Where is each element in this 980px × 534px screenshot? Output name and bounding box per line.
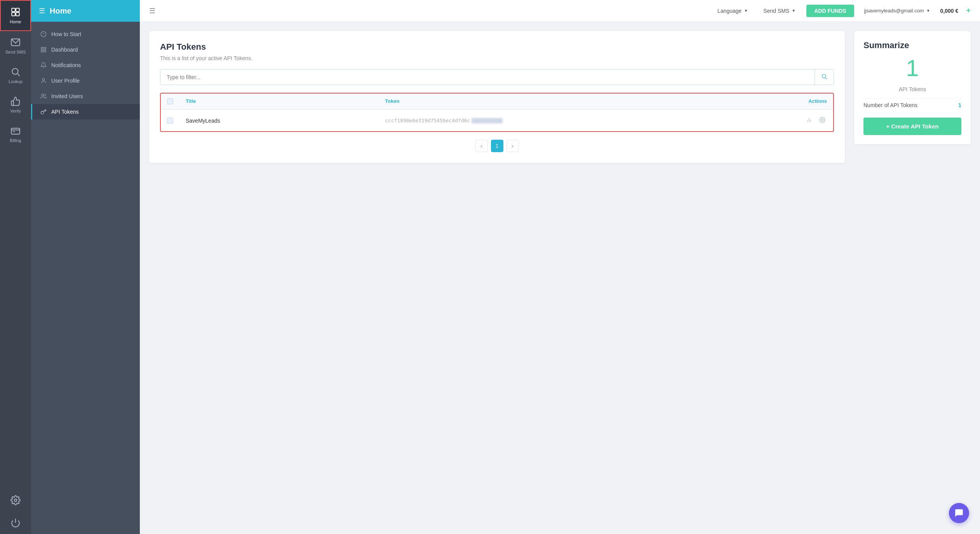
- language-dropdown[interactable]: Language ▼: [713, 5, 752, 16]
- sidebar-item-invited-users[interactable]: Invited Users: [31, 88, 140, 104]
- account-dropdown[interactable]: jjsavemyleads@gmail.com ▼: [860, 5, 934, 16]
- prev-page-button[interactable]: ‹: [475, 140, 488, 152]
- sidebar-menu: How to Start Dashboard Notifications U: [31, 22, 140, 534]
- sidebar-item-dashboard[interactable]: Dashboard: [31, 42, 140, 57]
- svg-point-5: [12, 68, 18, 74]
- col-title: Title: [186, 98, 382, 104]
- table-header: Title Token Actions: [161, 94, 833, 109]
- right-panel: Summarize 1 API Tokens Number of API Tok…: [854, 31, 971, 144]
- main-card: API Tokens This is a list of your active…: [149, 31, 845, 163]
- nav-power[interactable]: [0, 511, 31, 534]
- sidebar-item-user-profile[interactable]: User Profile: [31, 73, 140, 88]
- summarize-title: Summarize: [863, 40, 961, 50]
- menu-toggle-icon[interactable]: ☰: [149, 7, 155, 15]
- create-api-token-button[interactable]: + Create API Token: [863, 118, 961, 135]
- svg-rect-0: [12, 8, 15, 12]
- add-balance-icon[interactable]: +: [966, 6, 971, 15]
- filter-input[interactable]: [160, 69, 815, 85]
- row-token: cccf1898e6e319d7545bec4dfd6c: [385, 118, 777, 124]
- content-wrapper: API Tokens This is a list of your active…: [140, 22, 980, 534]
- sidebar-header: ☰ Home: [31, 0, 140, 22]
- col-actions: Actions: [780, 98, 827, 104]
- nav-send-sms[interactable]: Send SMS: [0, 31, 31, 61]
- summarize-row-value: 1: [958, 102, 961, 108]
- svg-point-19: [42, 78, 44, 80]
- select-all-checkbox[interactable]: [167, 98, 173, 104]
- icon-nav-bottom: [0, 489, 31, 534]
- svg-rect-1: [16, 8, 19, 12]
- svg-rect-2: [12, 12, 15, 16]
- nav-verify[interactable]: Verify: [0, 90, 31, 120]
- svg-rect-15: [41, 47, 43, 49]
- nav-billing[interactable]: Billing: [0, 120, 31, 149]
- add-funds-button[interactable]: ADD FUNDS: [806, 5, 854, 17]
- svg-rect-16: [44, 47, 46, 49]
- summarize-row-label: Number of API Tokens: [863, 102, 917, 108]
- svg-point-26: [822, 119, 823, 121]
- sidebar-item-notifications[interactable]: Notifications: [31, 57, 140, 73]
- page-1-button[interactable]: 1: [491, 140, 503, 152]
- col-token: Token: [385, 98, 777, 104]
- account-chevron-icon: ▼: [926, 9, 930, 13]
- svg-line-6: [17, 74, 20, 76]
- filter-bar: [160, 69, 834, 85]
- filter-search-button[interactable]: [815, 69, 834, 85]
- token-blurred: [472, 118, 503, 123]
- row-select-checkbox[interactable]: [167, 118, 173, 124]
- sidebar: ☰ Home How to Start Dashboard: [31, 0, 140, 534]
- svg-point-21: [822, 75, 826, 78]
- row-title: SaveMyLeads: [186, 118, 382, 124]
- table-row: SaveMyLeads cccf1898e6e319d7545bec4dfd6c: [161, 109, 833, 131]
- tokens-table: Title Token Actions SaveMyLeads cccf1898…: [160, 93, 834, 132]
- svg-point-20: [42, 94, 44, 96]
- page-subtitle: This is a list of your active API Tokens…: [160, 55, 834, 61]
- stats-icon[interactable]: [804, 115, 814, 126]
- nav-home[interactable]: Home: [0, 0, 31, 31]
- svg-rect-18: [44, 50, 46, 52]
- settings-icon[interactable]: [818, 115, 827, 126]
- chat-icon: [954, 508, 964, 518]
- row-checkbox[interactable]: [167, 118, 183, 124]
- sidebar-item-how-to-start[interactable]: How to Start: [31, 26, 140, 42]
- pagination: ‹ 1 ›: [160, 140, 834, 152]
- search-icon: [821, 73, 827, 80]
- summarize-row: Number of API Tokens 1: [863, 99, 961, 111]
- chat-bubble[interactable]: [949, 503, 969, 523]
- svg-rect-17: [41, 50, 43, 52]
- hamburger-icon[interactable]: ☰: [39, 7, 45, 15]
- svg-line-22: [825, 78, 827, 79]
- svg-rect-3: [16, 12, 19, 16]
- nav-settings[interactable]: [0, 489, 31, 511]
- next-page-button[interactable]: ›: [507, 140, 519, 152]
- sms-chevron-icon: ▼: [792, 9, 795, 13]
- topbar: ☰ Language ▼ Send SMS ▼ ADD FUNDS jjsave…: [140, 0, 980, 22]
- summarize-count-number: 1: [863, 57, 961, 80]
- main-area: ☰ Language ▼ Send SMS ▼ ADD FUNDS jjsave…: [140, 0, 980, 534]
- balance-display: 0,000 €: [940, 8, 959, 14]
- col-checkbox: [167, 98, 183, 104]
- row-actions: [780, 115, 827, 126]
- language-chevron-icon: ▼: [744, 9, 748, 13]
- icon-nav: Home Send SMS Lookup Verify Billing: [0, 0, 31, 534]
- sidebar-item-api-tokens[interactable]: API Tokens: [31, 104, 140, 120]
- svg-point-10: [14, 499, 17, 502]
- summarize-count-label: API Tokens: [863, 86, 961, 92]
- nav-lookup[interactable]: Lookup: [0, 61, 31, 90]
- sidebar-title: Home: [50, 7, 71, 16]
- send-sms-dropdown[interactable]: Send SMS ▼: [759, 5, 800, 16]
- page-title: API Tokens: [160, 42, 834, 52]
- svg-rect-7: [11, 128, 20, 134]
